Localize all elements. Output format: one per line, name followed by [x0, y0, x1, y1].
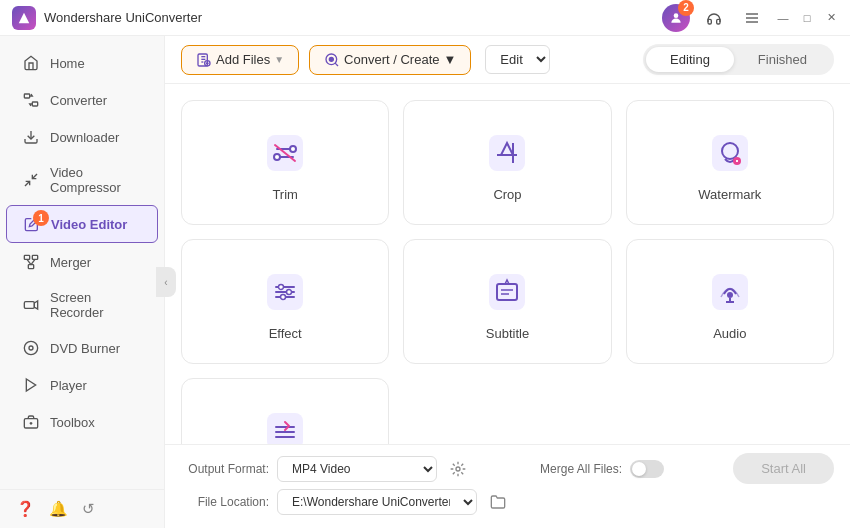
badge-indicator: 1	[33, 210, 49, 226]
sidebar-item-label: Downloader	[50, 130, 119, 145]
main-layout: Home Converter Downloader Video Compress…	[0, 36, 850, 528]
speed-icon	[261, 407, 309, 444]
support-icon[interactable]	[700, 4, 728, 32]
svg-rect-4	[24, 94, 29, 98]
trim-icon	[261, 129, 309, 177]
merge-toggle[interactable]	[630, 460, 664, 478]
add-files-chevron: ▼	[274, 54, 284, 65]
feature-grid: Trim Crop	[181, 100, 834, 444]
convert-chevron: ▼	[443, 52, 456, 67]
sidebar-item-screen-recorder[interactable]: Screen Recorder	[6, 281, 158, 329]
svg-rect-39	[712, 135, 748, 171]
watermark-icon	[706, 129, 754, 177]
format-settings-icon[interactable]	[445, 456, 471, 482]
sidebar: Home Converter Downloader Video Compress…	[0, 36, 165, 528]
close-button[interactable]: ✕	[824, 11, 838, 25]
converter-icon	[22, 91, 40, 109]
svg-rect-10	[32, 255, 37, 259]
sidebar-collapse-button[interactable]: ‹	[156, 267, 176, 297]
maximize-button[interactable]: □	[800, 11, 814, 25]
svg-point-34	[274, 154, 280, 160]
bottom-bar: Output Format: MP4 Video Merge All Files…	[165, 444, 850, 528]
svg-line-12	[27, 259, 31, 264]
svg-line-31	[335, 63, 338, 66]
merger-icon	[22, 253, 40, 271]
svg-point-17	[29, 346, 33, 350]
add-files-button[interactable]: Add Files ▼	[181, 45, 299, 75]
svg-line-8	[32, 174, 37, 179]
home-icon	[22, 54, 40, 72]
effect-label: Effect	[269, 326, 302, 341]
sidebar-item-merger[interactable]: Merger	[6, 244, 158, 280]
svg-point-50	[281, 295, 286, 300]
menu-icon[interactable]	[738, 4, 766, 32]
merge-label: Merge All Files:	[540, 462, 622, 476]
edit-select[interactable]: Edit	[485, 45, 550, 74]
help-icon[interactable]: ❓	[16, 500, 35, 518]
convert-button[interactable]: Convert / Create ▼	[309, 45, 471, 75]
svg-point-56	[727, 292, 733, 298]
app-logo	[12, 6, 36, 30]
sidebar-item-converter[interactable]: Converter	[6, 82, 158, 118]
refresh-icon[interactable]: ↺	[82, 500, 95, 518]
subtitle-card[interactable]: Subtitle	[403, 239, 611, 364]
convert-label: Convert / Create	[344, 52, 439, 67]
downloader-icon	[22, 128, 40, 146]
svg-point-30	[329, 57, 333, 61]
audio-card[interactable]: Audio	[626, 239, 834, 364]
tab-finished[interactable]: Finished	[734, 47, 831, 72]
file-location-select[interactable]: E:\Wondershare UniConverter	[277, 489, 477, 515]
sidebar-bottom: ❓ 🔔 ↺	[0, 489, 164, 528]
dvd-icon	[22, 339, 40, 357]
sidebar-nav: Home Converter Downloader Video Compress…	[0, 36, 164, 489]
subtitle-icon	[483, 268, 531, 316]
sidebar-item-dvd-burner[interactable]: DVD Burner	[6, 330, 158, 366]
convert-icon	[324, 52, 340, 68]
titlebar-left: Wondershare UniConverter	[12, 6, 202, 30]
sidebar-item-video-compressor[interactable]: Video Compressor	[6, 156, 158, 204]
sidebar-item-video-editor[interactable]: Video Editor 1	[6, 205, 158, 243]
sidebar-item-player[interactable]: Player	[6, 367, 158, 403]
svg-rect-9	[24, 255, 29, 259]
svg-rect-35	[489, 135, 525, 171]
sidebar-item-home[interactable]: Home	[6, 45, 158, 81]
minimize-button[interactable]: —	[776, 11, 790, 25]
sidebar-item-toolbox[interactable]: Toolbox	[6, 404, 158, 440]
crop-card[interactable]: Crop	[403, 100, 611, 225]
svg-point-49	[287, 290, 292, 295]
effect-card[interactable]: Effect	[181, 239, 389, 364]
svg-rect-5	[32, 102, 37, 106]
svg-marker-15	[34, 301, 37, 309]
tab-editing[interactable]: Editing	[646, 47, 734, 72]
sidebar-item-label: Video Editor	[51, 217, 127, 232]
titlebar-right: — □ ✕	[662, 4, 838, 32]
sidebar-item-downloader[interactable]: Downloader	[6, 119, 158, 155]
sidebar-item-label: Home	[50, 56, 85, 71]
notifications-icon[interactable]: 🔔	[49, 500, 68, 518]
toolbar: Add Files ▼ Convert / Create ▼ Edit Edit…	[165, 36, 850, 84]
player-icon	[22, 376, 40, 394]
svg-rect-60	[275, 426, 295, 428]
svg-rect-14	[24, 302, 34, 309]
browse-folder-icon[interactable]	[485, 489, 511, 515]
record-icon	[22, 296, 40, 314]
speed-card[interactable]: Speed	[181, 378, 389, 444]
watermark-card[interactable]: Watermark	[626, 100, 834, 225]
trim-card[interactable]: Trim	[181, 100, 389, 225]
svg-rect-11	[28, 265, 33, 269]
subtitle-label: Subtitle	[486, 326, 529, 341]
titlebar: Wondershare UniConverter — □ ✕	[0, 0, 850, 36]
trim-label: Trim	[272, 187, 298, 202]
content-area: Add Files ▼ Convert / Create ▼ Edit Edit…	[165, 36, 850, 528]
output-format-row: Output Format: MP4 Video Merge All Files…	[181, 453, 834, 484]
output-format-select[interactable]: MP4 Video	[277, 456, 437, 482]
sidebar-item-label: Screen Recorder	[50, 290, 142, 320]
user-avatar[interactable]	[662, 4, 690, 32]
svg-point-63	[456, 467, 460, 471]
svg-line-13	[31, 259, 35, 264]
file-location-row: File Location: E:\Wondershare UniConvert…	[181, 489, 834, 515]
output-format-label: Output Format:	[181, 462, 269, 476]
start-all-button[interactable]: Start All	[733, 453, 834, 484]
app-title: Wondershare UniConverter	[44, 10, 202, 25]
svg-rect-61	[275, 431, 295, 433]
